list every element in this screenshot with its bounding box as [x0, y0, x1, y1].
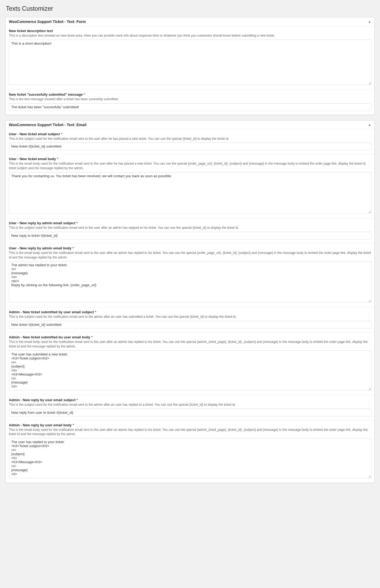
required-asterisk: *	[73, 246, 74, 250]
required-asterisk: *	[76, 221, 78, 225]
panel-form-header[interactable]: WooCommerce Support Ticket - Text: Form …	[6, 17, 374, 26]
required-asterisk: *	[95, 310, 96, 314]
admin-new-body-textarea[interactable]	[9, 350, 371, 390]
field-desc: This is the subject used for the notific…	[9, 137, 371, 141]
label-text: Admin - New reply by user email body	[9, 423, 72, 427]
panel-form: WooCommerce Support Ticket - Text: Form …	[5, 17, 375, 115]
field-desc: This is the email body used for the noti…	[9, 161, 371, 171]
field-label: User - New reply by admin email body *	[9, 246, 371, 250]
label-text: Admin - New ticket submitted by user ema…	[9, 310, 94, 314]
user-new-subject-input[interactable]	[9, 142, 371, 150]
field-new-ticket-desc: New ticket description text This is a de…	[6, 26, 374, 90]
panel-email-title: WooCommerce Support Ticket - Text: Email	[9, 123, 86, 127]
submitted-msg-input[interactable]	[9, 103, 371, 111]
field-label: Admin - New reply by user email subject …	[9, 398, 371, 402]
required-asterisk: *	[91, 335, 93, 339]
field-user-reply-subject: User - New reply by admin email subject …	[6, 218, 374, 243]
field-admin-reply-body: Admin - New reply by user email body * T…	[6, 420, 374, 483]
field-label: New ticket description text	[9, 29, 371, 33]
collapse-icon[interactable]: ▲	[368, 20, 371, 23]
field-admin-new-subject: Admin - New ticket submitted by user ema…	[6, 307, 374, 332]
label-text: Admin - New ticket submitted bu user ema…	[9, 335, 90, 339]
field-user-reply-body: User - New reply by admin email body * T…	[6, 243, 374, 308]
field-desc: This is the subject used for the notific…	[9, 315, 371, 319]
field-label: User - New ticket email body *	[9, 157, 371, 161]
label-text: User - New ticket email body	[9, 157, 56, 161]
field-label: New ticket "succesfully submitted" messa…	[9, 92, 371, 96]
admin-reply-body-textarea[interactable]	[9, 438, 371, 478]
field-desc: This is the text message showed after a …	[9, 97, 371, 102]
label-text: New ticket "succesfully submitted" messa…	[9, 92, 83, 96]
user-reply-body-textarea[interactable]	[9, 261, 371, 303]
field-desc: This is the subject used for the notific…	[9, 226, 371, 230]
collapse-icon[interactable]: ▲	[368, 123, 371, 126]
new-ticket-desc-textarea[interactable]	[9, 40, 371, 85]
field-admin-reply-subject: Admin - New reply by user email subject …	[6, 395, 374, 420]
field-user-new-subject: User - New ticket email subject * This i…	[6, 129, 374, 154]
label-text: User - New ticket email subject	[9, 132, 60, 136]
field-label: User - New reply by admin email subject …	[9, 221, 371, 225]
required-asterisk: *	[77, 398, 78, 402]
required-asterisk: *	[73, 423, 74, 427]
user-new-body-textarea[interactable]	[9, 172, 371, 214]
field-label: Admin - New reply by user email body *	[9, 423, 371, 427]
field-desc: This is the email body used for the noti…	[9, 428, 371, 437]
label-text: User - New reply by admin email subject	[9, 221, 75, 225]
field-label: Admin - New ticket submitted bu user ema…	[9, 335, 371, 339]
field-submitted-msg: New ticket "succesfully submitted" messa…	[6, 90, 374, 115]
admin-new-subject-input[interactable]	[9, 321, 371, 328]
page-title: Texts Customizer	[6, 3, 375, 13]
field-desc: This is the email body used for the noti…	[9, 340, 371, 349]
panel-email: WooCommerce Support Ticket - Text: Email…	[5, 120, 375, 483]
field-label: Admin - New ticket submitted by user ema…	[9, 310, 371, 314]
required-asterisk: *	[84, 92, 85, 96]
user-reply-subject-input[interactable]	[9, 232, 371, 239]
field-label: User - New ticket email subject *	[9, 132, 371, 136]
field-admin-new-body: Admin - New ticket submitted bu user ema…	[6, 332, 374, 395]
panel-email-header[interactable]: WooCommerce Support Ticket - Text: Email…	[6, 121, 374, 129]
field-desc: This is a description text showed on new…	[9, 33, 371, 38]
admin-reply-subject-input[interactable]	[9, 409, 371, 416]
label-text: User - New reply by admin email body	[9, 246, 71, 250]
field-desc: This is the subject used for the notific…	[9, 403, 371, 407]
required-asterisk: *	[57, 157, 58, 161]
required-asterisk: *	[61, 132, 62, 136]
field-desc: This is the email body used for the noti…	[9, 251, 371, 260]
field-user-new-body: User - New ticket email body * This is t…	[6, 154, 374, 218]
panel-form-title: WooCommerce Support Ticket - Text: Form	[9, 20, 86, 24]
label-text: Admin - New reply by user email subject	[9, 398, 75, 402]
